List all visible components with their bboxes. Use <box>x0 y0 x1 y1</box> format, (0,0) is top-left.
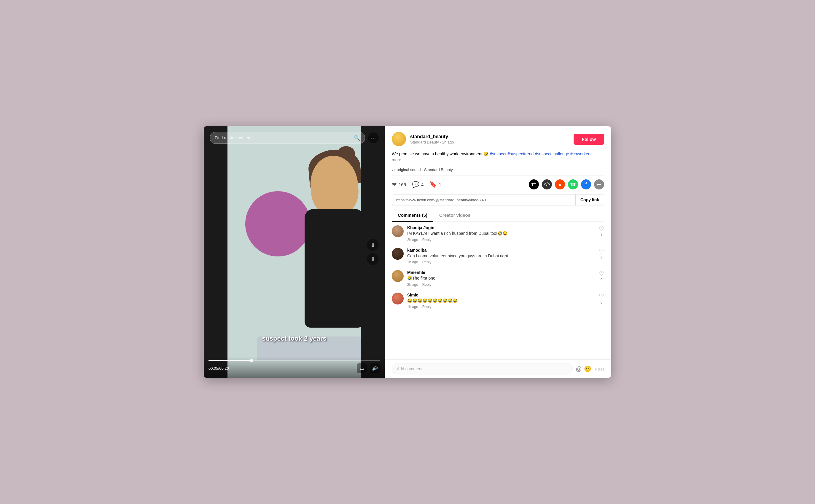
nav-arrows: ⇧ ⇩ <box>367 239 379 265</box>
comment-meta: 2h ago Reply <box>407 238 595 242</box>
user-subtext: Standard Beauty · 2h ago <box>410 140 570 144</box>
bookmark-icon: 🔖 <box>430 181 437 188</box>
hashtag-suspecttrend[interactable]: #suspecttrend <box>508 151 534 156</box>
comment-meta: 2h ago Reply <box>407 283 595 287</box>
comment-item: Simie 😂😂😂😂😂😂😂😂😂😂 1h ago Reply ♡ 0 <box>392 293 604 309</box>
input-icons: @ 🙂 <box>576 365 591 372</box>
like-count: 0 <box>601 278 603 282</box>
comment-content: Simie 😂😂😂😂😂😂😂😂😂😂 1h ago Reply <box>407 293 595 309</box>
like-count: 0 <box>601 256 603 260</box>
reply-button[interactable]: Reply <box>422 283 432 287</box>
progress-bar[interactable] <box>208 360 380 361</box>
bookmarks-stat[interactable]: 🔖 1 <box>430 181 441 188</box>
volume-button[interactable]: 🔊 <box>370 363 380 373</box>
avatar <box>392 132 406 146</box>
heart-icon: ❤ <box>392 181 397 188</box>
share-facebook-button[interactable]: f <box>581 179 591 189</box>
share-link-text: https://www.tiktok.com/@standard_beauty/… <box>392 195 575 205</box>
comment-text: IM KAYLA! I want a rich husband from Dub… <box>407 231 595 237</box>
comment-like: ♡ 0 <box>599 248 604 264</box>
comment-username: Minenhle <box>407 270 595 275</box>
comment-meta: 1h ago Reply <box>407 305 595 309</box>
panel-header: standard_beauty Standard Beauty · 2h ago… <box>385 126 611 151</box>
comment-text: Can I come volunteer since you guys are … <box>407 253 595 259</box>
comment-content: Minenhle 🤣The first one 2h ago Reply <box>407 270 595 287</box>
video-bottom-controls: 00:05/00:20 ▭ 🔊 <box>204 357 385 378</box>
comment-text: 😂😂😂😂😂😂😂😂😂😂 <box>407 298 595 304</box>
bookmarks-count: 1 <box>439 182 441 187</box>
mention-button[interactable]: @ <box>576 366 582 372</box>
hashtag-suspect[interactable]: #suspect <box>490 151 506 156</box>
comment-username: kamodiba <box>407 248 595 253</box>
caption-area: We promise we have a healthy work enviro… <box>385 151 611 166</box>
music-icon: ♫ <box>392 167 395 172</box>
video-top-bar: 🔍 ⋯ <box>210 132 379 144</box>
comment-time: 2h ago <box>407 238 418 242</box>
share-tiktok-button[interactable]: TT <box>529 179 539 189</box>
comment-content: kamodiba Can I come volunteer since you … <box>407 248 595 264</box>
tab-creator-videos[interactable]: Creator videos <box>433 209 476 222</box>
comment-input[interactable] <box>392 363 573 374</box>
reply-button[interactable]: Reply <box>422 260 432 264</box>
username: standard_beauty <box>410 134 570 139</box>
comment-time: 2h ago <box>407 283 418 287</box>
emoji-button[interactable]: 🙂 <box>584 365 591 372</box>
sound-text: original sound - Standard Beauty <box>397 168 453 172</box>
like-heart-icon[interactable]: ♡ <box>599 248 604 255</box>
like-heart-icon[interactable]: ♡ <box>599 270 604 277</box>
more-options-button[interactable]: ⋯ <box>368 133 379 143</box>
tab-comments[interactable]: Comments (5) <box>392 209 433 222</box>
likes-stat[interactable]: ❤ 165 <box>392 181 406 188</box>
nav-up-button[interactable]: ⇧ <box>367 239 379 251</box>
nav-down-button[interactable]: ⇩ <box>367 253 379 265</box>
comment-icon: 💬 <box>412 181 420 188</box>
like-count: 0 <box>601 300 603 304</box>
comment-panel: standard_beauty Standard Beauty · 2h ago… <box>385 126 611 378</box>
comment-content: Khadija Jogie IM KAYLA! I want a rich hu… <box>407 225 595 242</box>
stats-row: ❤ 165 💬 4 🔖 1 TT </> ▲ ☎ f ➦ <box>385 176 611 193</box>
reply-button[interactable]: Reply <box>422 238 432 242</box>
comments-count: 4 <box>421 182 424 187</box>
comments-stat[interactable]: 💬 4 <box>412 181 424 188</box>
hashtag-coworkers[interactable]: #coworkers... <box>570 151 595 156</box>
copy-link-button[interactable]: Copy link <box>575 194 604 205</box>
comment-avatar <box>392 225 403 237</box>
comment-input-area: @ 🙂 Post <box>385 359 611 378</box>
link-row: https://www.tiktok.com/@standard_beauty/… <box>392 194 604 205</box>
comment-like: ♡ 0 <box>599 293 604 309</box>
comment-like: ♡ 0 <box>599 270 604 287</box>
comment-avatar <box>392 248 403 260</box>
reply-button[interactable]: Reply <box>422 305 432 309</box>
post-button[interactable]: Post <box>594 366 604 371</box>
comment-item: Khadija Jogie IM KAYLA! I want a rich hu… <box>392 225 604 242</box>
comment-time: 1h ago <box>407 260 418 264</box>
hashtag-suspectchallenge[interactable]: #suspectchallenge <box>535 151 569 156</box>
caption-toggle-button[interactable]: ▭ <box>357 363 367 373</box>
comment-item: Minenhle 🤣The first one 2h ago Reply ♡ 0 <box>392 270 604 287</box>
search-bar[interactable]: 🔍 <box>210 132 365 144</box>
share-embed-button[interactable]: </> <box>542 179 552 189</box>
more-link[interactable]: more <box>392 157 401 162</box>
comment-text: 🤣The first one <box>407 275 595 281</box>
comment-like: ♡ 1 <box>599 225 604 242</box>
follow-button[interactable]: Follow <box>574 134 605 145</box>
comment-username: Khadija Jogie <box>407 225 595 230</box>
like-count: 1 <box>601 233 603 237</box>
like-heart-icon[interactable]: ♡ <box>599 293 604 300</box>
search-input[interactable] <box>215 135 351 140</box>
person-silhouette <box>257 144 361 360</box>
progress-fill <box>208 360 251 361</box>
share-more-button[interactable]: ➦ <box>594 179 604 189</box>
video-panel: 🔍 ⋯ suspect took 2 years ⇧ ⇩ 00:05/00:20… <box>204 126 385 378</box>
comment-username: Simie <box>407 293 595 297</box>
comment-avatar <box>392 270 403 282</box>
share-reddit-button[interactable]: ▲ <box>555 179 565 189</box>
comment-avatar <box>392 293 403 304</box>
video-subtitle: suspect took 2 years <box>262 335 326 342</box>
like-heart-icon[interactable]: ♡ <box>599 225 604 232</box>
share-whatsapp-button[interactable]: ☎ <box>568 179 578 189</box>
share-icons: TT </> ▲ ☎ f ➦ <box>529 179 604 189</box>
comments-list: Khadija Jogie IM KAYLA! I want a rich hu… <box>385 222 611 359</box>
comment-item: kamodiba Can I come volunteer since you … <box>392 248 604 264</box>
search-icon[interactable]: 🔍 <box>353 135 360 141</box>
